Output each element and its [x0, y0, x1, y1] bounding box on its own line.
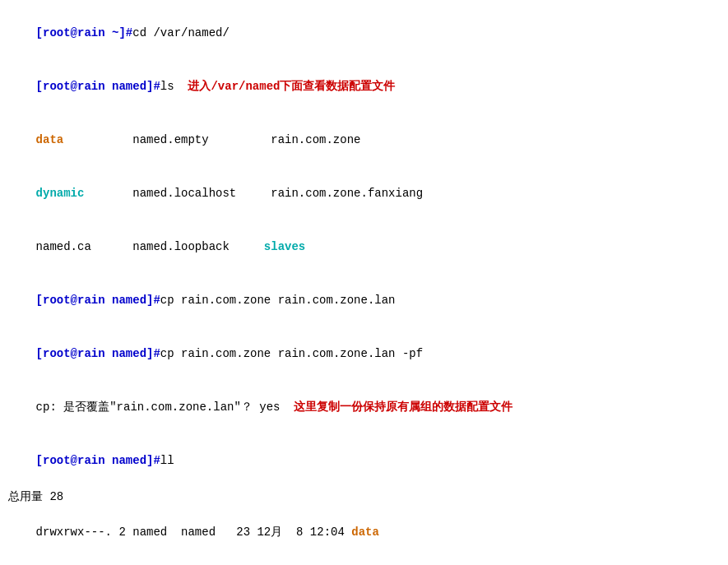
line-5: named.ca named.loopback slaves: [8, 220, 720, 274]
prompt-7: [root@rain named]#: [36, 347, 160, 360]
prompt-2: [root@rain named]#: [36, 80, 160, 93]
line-12: drwxrwx---. 2 named named 31 12月 8 12:18…: [8, 559, 720, 565]
terminal: [root@rain ~]#cd /var/named/ [root@rain …: [0, 0, 728, 565]
prompt-1: [root@rain ~]#: [36, 26, 133, 39]
line-4: dynamic named.localhost rain.com.zone.fa…: [8, 167, 720, 220]
prompt-6: [root@rain named]#: [36, 294, 160, 307]
prompt-9: [root@rain named]#: [36, 454, 160, 467]
line-7: [root@rain named]#cp rain.com.zone rain.…: [8, 327, 720, 381]
line-9: [root@rain named]#ll: [8, 435, 720, 489]
line-11: drwxrwx---. 2 named named 23 12月 8 12:04…: [8, 506, 720, 559]
line-8: cp: 是否覆盖"rain.com.zone.lan"？ yes 这里复制一份保…: [8, 381, 720, 434]
line-3: data named.empty rain.com.zone: [8, 113, 720, 167]
line-2: [root@rain named]#ls 进入/var/named下面查看数据配…: [8, 60, 720, 113]
line-1: [root@rain ~]#cd /var/named/: [8, 7, 720, 60]
line-6: [root@rain named]#cp rain.com.zone rain.…: [8, 274, 720, 327]
line-10: 总用量 28: [8, 489, 720, 507]
